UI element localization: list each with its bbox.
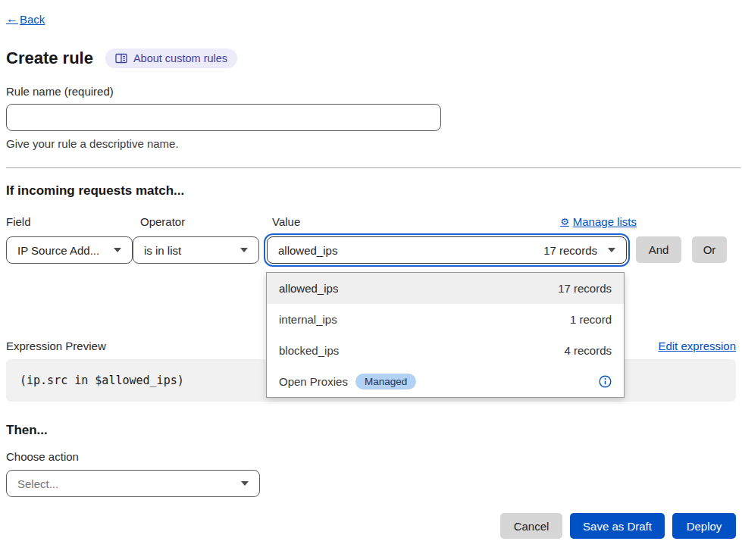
field-label: Field	[6, 215, 133, 228]
info-icon[interactable]	[599, 375, 612, 388]
list-item-name: Open Proxies	[279, 375, 348, 388]
expression-code: (ip.src in $allowed_ips)	[20, 374, 184, 387]
page-title: Create rule	[6, 48, 93, 68]
list-item-blocked-ips[interactable]: blocked_ips 4 records	[267, 335, 624, 366]
condition-labels-row: Field Operator Value ⚙ Manage lists	[6, 214, 736, 228]
deploy-button[interactable]: Deploy	[672, 513, 736, 539]
operator-label: Operator	[140, 215, 267, 228]
about-custom-rules-link[interactable]: About custom rules	[105, 48, 237, 68]
match-section-heading: If incoming requests match...	[6, 183, 736, 200]
manage-lists-link[interactable]: ⚙ Manage lists	[560, 215, 637, 228]
chevron-down-icon	[241, 481, 249, 486]
list-item-records: 17 records	[558, 282, 612, 295]
list-item-records: 4 records	[564, 344, 612, 357]
list-item-name: allowed_ips	[279, 282, 338, 295]
edit-expression-link[interactable]: Edit expression	[658, 339, 736, 352]
title-row: Create rule About custom rules	[6, 48, 736, 68]
book-icon	[115, 53, 127, 64]
and-button[interactable]: And	[636, 236, 681, 263]
cancel-button[interactable]: Cancel	[500, 513, 562, 539]
operator-select[interactable]: is in list	[133, 236, 259, 264]
save-as-draft-button[interactable]: Save as Draft	[570, 513, 665, 539]
field-select-value: IP Source Add...	[17, 244, 99, 257]
then-section-heading: Then...	[6, 423, 736, 440]
footer-actions: Cancel Save as Draft Deploy	[6, 513, 736, 539]
choose-action-label: Choose action	[6, 450, 736, 464]
list-item-internal-ips[interactable]: internal_ips 1 record	[267, 304, 624, 335]
value-select[interactable]: allowed_ips 17 records	[267, 236, 627, 264]
list-item-records: 1 record	[570, 313, 612, 326]
list-item-allowed-ips[interactable]: allowed_ips 17 records	[267, 273, 624, 304]
rule-name-label: Rule name (required)	[6, 85, 736, 98]
action-select[interactable]: Select...	[6, 470, 260, 497]
condition-row: IP Source Add... is in list allowed_ips …	[6, 236, 736, 264]
or-button[interactable]: Or	[692, 236, 727, 263]
expression-preview-label: Expression Preview	[6, 339, 106, 352]
chevron-down-icon	[114, 248, 121, 252]
list-item-name: internal_ips	[279, 313, 337, 326]
list-item-open-proxies[interactable]: Open Proxies Managed	[267, 366, 624, 397]
about-badge-label: About custom rules	[133, 52, 227, 64]
create-rule-page: ← Back Create rule About custom rules Ru…	[0, 0, 742, 539]
operator-select-value: is in list	[144, 244, 181, 257]
managed-badge: Managed	[355, 374, 416, 389]
value-label: Value	[272, 215, 300, 228]
back-arrow-icon: ←	[6, 12, 18, 26]
value-select-value: allowed_ips	[278, 244, 337, 257]
action-select-placeholder: Select...	[17, 477, 58, 490]
section-divider	[6, 167, 740, 168]
rule-name-input[interactable]	[6, 104, 441, 131]
field-select[interactable]: IP Source Add...	[6, 236, 133, 264]
back-label: Back	[20, 13, 45, 26]
gear-icon: ⚙	[560, 216, 569, 227]
value-select-records: 17 records	[543, 244, 597, 257]
manage-lists-label: Manage lists	[573, 215, 637, 228]
rule-name-helper: Give your rule a descriptive name.	[6, 137, 736, 150]
list-item-name: blocked_ips	[279, 344, 339, 357]
chevron-down-icon	[240, 248, 248, 252]
value-select-wrap: allowed_ips 17 records allowed_ips 17 re…	[265, 236, 629, 264]
back-link[interactable]: ← Back	[6, 12, 45, 26]
list-dropdown: allowed_ips 17 records internal_ips 1 re…	[266, 272, 625, 398]
chevron-down-icon	[608, 248, 615, 252]
